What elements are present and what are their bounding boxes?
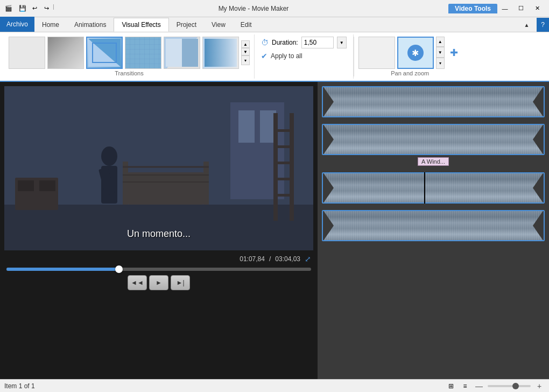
tab-visual-effects[interactable]: Visual Effects bbox=[114, 18, 168, 32]
clip-4-arrow-left bbox=[323, 210, 334, 241]
pan-zoom-none[interactable] bbox=[358, 37, 395, 69]
timeline-clip-3[interactable] bbox=[322, 172, 545, 204]
seek-fill bbox=[6, 268, 119, 271]
svg-rect-5 bbox=[205, 39, 237, 67]
video-time-row: 01:07,84 / 03:04,03 ⤢ bbox=[4, 255, 313, 263]
transitions-scroll-expand[interactable]: ▾ bbox=[241, 55, 250, 65]
pan-zoom-label: Pan and zoom bbox=[391, 70, 429, 76]
window-controls: — ☐ ✕ bbox=[497, 2, 545, 15]
forward-button[interactable]: ►| bbox=[171, 275, 190, 290]
redo-button[interactable]: ↪ bbox=[41, 3, 52, 14]
timeline-clip-4[interactable] bbox=[322, 210, 545, 241]
play-button[interactable]: ► bbox=[149, 275, 168, 290]
transition-wipe[interactable] bbox=[164, 37, 200, 69]
seek-thumb[interactable] bbox=[115, 265, 123, 273]
transition-fade2[interactable] bbox=[202, 37, 239, 69]
undo-button[interactable]: ↩ bbox=[29, 3, 40, 14]
transitions-row: ▲ ▼ ▾ bbox=[9, 37, 250, 69]
apply-to-all-label: Apply to all bbox=[271, 52, 302, 60]
clip-1-arrow-right bbox=[533, 86, 544, 117]
maximize-button[interactable]: ☐ bbox=[513, 2, 529, 15]
transitions-scroll: ▲ ▼ ▾ bbox=[241, 37, 250, 69]
transition-mosaic[interactable] bbox=[125, 37, 161, 69]
pan-zoom-scroll-up[interactable]: ▲ bbox=[436, 37, 445, 47]
timeline-scroll[interactable]: A Wind... bbox=[318, 82, 549, 379]
collapse-ribbon-button[interactable]: ▲ bbox=[516, 18, 537, 32]
clip-2-arrow-left bbox=[323, 124, 334, 155]
status-bar: Item 1 of 1 ⊞ ≡ — + bbox=[0, 379, 549, 392]
duration-icon: ⏱ bbox=[261, 38, 269, 47]
transition-wipe-icon bbox=[166, 39, 198, 67]
time-total: 03:04,03 bbox=[275, 255, 300, 263]
tab-project[interactable]: Project bbox=[169, 18, 204, 32]
zoom-out-button[interactable]: — bbox=[474, 381, 484, 391]
pan-zoom-scroll: ▲ ▼ ▾ bbox=[436, 37, 445, 69]
status-item-info: Item 1 of 1 bbox=[4, 382, 35, 390]
clip-3-arrow-right bbox=[533, 172, 544, 204]
save-button[interactable]: 💾 bbox=[17, 3, 28, 14]
clip-2-texture bbox=[323, 125, 544, 154]
clip-1-arrow-left bbox=[323, 86, 334, 117]
minimize-button[interactable]: — bbox=[497, 2, 512, 15]
close-button[interactable]: ✕ bbox=[530, 2, 545, 15]
title-bar: 🎬 💾 ↩ ↪ | My Movie - Movie Maker Video T… bbox=[0, 0, 549, 17]
timeline-clip-2[interactable] bbox=[322, 124, 545, 155]
clip-2-arrow-right bbox=[533, 124, 544, 155]
main-area: Un momento... 01:07,84 / 03:04,03 ⤢ ◄◄ ►… bbox=[0, 82, 549, 379]
clip-4-texture bbox=[323, 211, 544, 240]
pan-zoom-row: ✱ ▲ ▼ ▾ ✚ bbox=[358, 37, 462, 69]
video-frame: Un momento... bbox=[4, 86, 313, 250]
pan-zoom-scroll-expand[interactable]: ▾ bbox=[436, 58, 445, 69]
zoom-in-button[interactable]: + bbox=[534, 381, 545, 391]
fullscreen-button[interactable]: ⤢ bbox=[305, 255, 311, 263]
clip-1-texture bbox=[323, 87, 544, 116]
ribbon-panel: ▲ ▼ ▾ Transitions ⏱ Duration: ▼ ✔ Apply … bbox=[0, 32, 549, 82]
transition-diagonal[interactable] bbox=[86, 37, 123, 69]
storyboard-view-button[interactable]: ⊞ bbox=[446, 381, 456, 391]
transitions-section: ▲ ▼ ▾ Transitions bbox=[4, 34, 255, 79]
seek-bar-container bbox=[4, 268, 313, 271]
clip-4-arrow-right bbox=[533, 210, 544, 241]
scene-svg bbox=[4, 86, 313, 250]
clip-3-arrow-left bbox=[323, 172, 334, 204]
duration-dropdown[interactable]: ▼ bbox=[337, 37, 347, 48]
quick-access-toolbar: 💾 ↩ ↪ | bbox=[17, 3, 54, 14]
transitions-scroll-down[interactable]: ▼ bbox=[241, 48, 250, 55]
pan-zoom-section: ✱ ▲ ▼ ▾ ✚ Pan and zoom bbox=[354, 34, 466, 79]
help-button[interactable]: ? bbox=[537, 18, 549, 32]
timeline-view-button[interactable]: ≡ bbox=[460, 381, 470, 391]
rewind-button[interactable]: ◄◄ bbox=[128, 275, 147, 290]
svg-rect-31 bbox=[4, 86, 313, 250]
video-preview-panel: Un momento... 01:07,84 / 03:04,03 ⤢ ◄◄ ►… bbox=[0, 82, 318, 379]
tab-view[interactable]: View bbox=[204, 18, 233, 32]
clip-2-container: A Wind... bbox=[322, 124, 545, 155]
transitions-scroll-up[interactable]: ▲ bbox=[241, 40, 250, 48]
seek-bar[interactable] bbox=[6, 268, 311, 271]
pan-zoom-active-icon: ✱ bbox=[407, 45, 424, 61]
transition-fade2-icon bbox=[205, 39, 237, 67]
transition-diagonal-icon bbox=[88, 39, 121, 67]
transition-none[interactable] bbox=[9, 37, 45, 69]
zoom-slider[interactable] bbox=[488, 385, 531, 387]
duration-input[interactable] bbox=[301, 37, 334, 48]
pan-zoom-scroll-down[interactable]: ▼ bbox=[436, 47, 445, 57]
time-current: 01:07,84 bbox=[240, 255, 265, 263]
zoom-slider-thumb[interactable] bbox=[512, 383, 519, 389]
pan-zoom-add-button[interactable]: ✚ bbox=[447, 45, 462, 60]
tab-home[interactable]: Home bbox=[34, 18, 67, 32]
clip-2-label: A Wind... bbox=[418, 157, 449, 166]
window-title: My Movie - Movie Maker bbox=[59, 5, 448, 12]
tab-archivo[interactable]: Archivo bbox=[0, 17, 34, 32]
ribbon-tabs: Archivo Home Animations Visual Effects P… bbox=[0, 17, 549, 32]
timeline-clip-1[interactable] bbox=[322, 86, 545, 117]
pan-zoom-active[interactable]: ✱ bbox=[397, 37, 434, 69]
tab-animations[interactable]: Animations bbox=[67, 18, 114, 32]
apply-to-all-row: ✔ Apply to all bbox=[261, 52, 347, 60]
tab-edit[interactable]: Edit bbox=[233, 18, 259, 32]
video-tools-badge: Video Tools bbox=[448, 4, 497, 13]
video-subtitle: Un momento... bbox=[127, 228, 191, 240]
duration-section: ⏱ Duration: ▼ ✔ Apply to all bbox=[255, 34, 354, 79]
clip-3-container bbox=[322, 172, 545, 204]
duration-row: ⏱ Duration: ▼ bbox=[261, 37, 347, 48]
transition-fade[interactable] bbox=[47, 37, 84, 69]
